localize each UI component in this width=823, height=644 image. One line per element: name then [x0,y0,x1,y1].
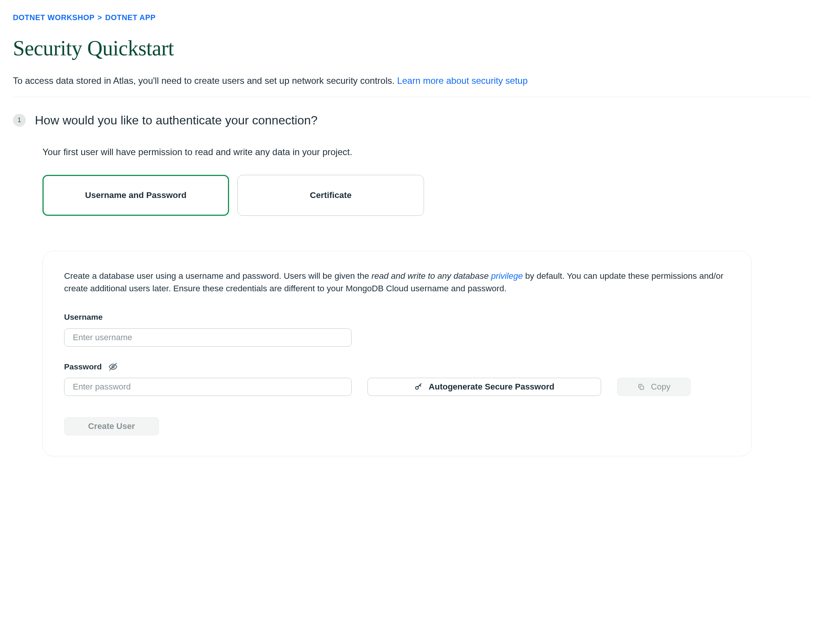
password-label-text: Password [64,361,102,372]
learn-more-link[interactable]: Learn more about security setup [397,75,528,86]
card-desc-prefix: Create a database user using a username … [64,271,371,281]
svg-rect-3 [640,386,644,390]
key-icon [414,383,422,391]
eye-off-icon[interactable] [108,362,118,371]
step-1-heading: How would you like to authenticate your … [35,112,317,129]
username-input[interactable] [64,328,352,347]
autogenerate-password-button[interactable]: Autogenerate Secure Password [368,378,601,396]
page-lead: To access data stored in Atlas, you'll n… [13,74,810,97]
password-input[interactable] [64,378,352,396]
auth-option-label: Certificate [310,189,352,202]
step-number-badge: 1 [13,114,26,127]
card-description: Create a database user using a username … [64,270,724,295]
credentials-card: Create a database user using a username … [42,251,752,456]
create-user-label: Create User [88,421,135,431]
breadcrumb-link-workshop[interactable]: DOTNET WORKSHOP [13,13,94,22]
copy-label: Copy [651,382,670,392]
auth-option-label: Username and Password [85,189,187,202]
privilege-link[interactable]: privilege [491,271,523,281]
copy-icon [637,383,645,391]
step-1-subheading: Your first user will have permission to … [42,146,810,159]
copy-button: Copy [617,378,691,396]
card-desc-emphasis: read and write to any database [371,271,491,281]
create-user-button: Create User [64,417,159,435]
auth-option-username-password[interactable]: Username and Password [42,175,229,216]
breadcrumb-separator: > [97,13,103,22]
breadcrumb: DOTNET WORKSHOP > DOTNET APP [13,12,810,23]
password-label: Password [64,361,730,372]
username-label: Username [64,311,730,323]
breadcrumb-link-app[interactable]: DOTNET APP [105,13,155,22]
step-1-header: 1 How would you like to authenticate you… [13,112,810,129]
lead-text: To access data stored in Atlas, you'll n… [13,75,397,86]
username-label-text: Username [64,311,103,323]
page-title: Security Quickstart [13,33,810,64]
autogenerate-label: Autogenerate Secure Password [429,382,554,392]
auth-option-certificate[interactable]: Certificate [237,175,424,216]
auth-method-options: Username and Password Certificate [42,175,810,216]
